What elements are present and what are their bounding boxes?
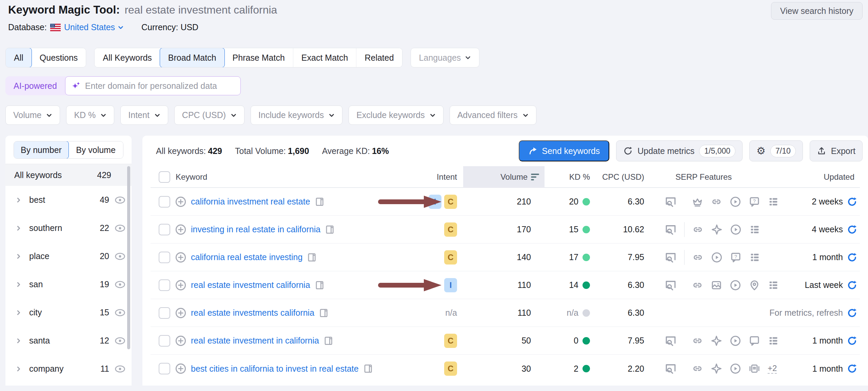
tab-all[interactable]: All bbox=[5, 48, 32, 67]
sidebar-item-san[interactable]: san19 bbox=[5, 270, 132, 298]
keyword-link[interactable]: investing in real estate in california bbox=[191, 224, 320, 234]
refresh-metrics-icon[interactable] bbox=[847, 197, 857, 207]
chevron-right-icon[interactable] bbox=[16, 366, 22, 372]
tab-phrase-match[interactable]: Phrase Match bbox=[224, 48, 293, 67]
sidebar-item-company[interactable]: company11 bbox=[5, 355, 132, 383]
keyword-link[interactable]: california investment real estate bbox=[191, 197, 310, 207]
toggle-by-volume[interactable]: By volume bbox=[68, 141, 123, 158]
serp-snapshot-icon[interactable] bbox=[315, 197, 325, 207]
eye-icon[interactable] bbox=[115, 337, 125, 345]
keyword-link[interactable]: real estate investments california bbox=[191, 308, 314, 318]
add-keyword-icon[interactable] bbox=[175, 307, 186, 319]
eye-icon[interactable] bbox=[115, 281, 125, 288]
eye-icon[interactable] bbox=[115, 253, 125, 260]
sidebar-item-southern[interactable]: southern22 bbox=[5, 214, 132, 242]
view-search-history-button[interactable]: View search history bbox=[771, 2, 863, 20]
chevron-right-icon[interactable] bbox=[16, 338, 22, 344]
table-header-row: Keyword Intent Volume KD % CPC (USD) SER… bbox=[151, 166, 860, 188]
row-checkbox[interactable] bbox=[159, 252, 170, 263]
export-button[interactable]: Export bbox=[810, 140, 863, 161]
serp-snapshot-icon[interactable] bbox=[315, 280, 325, 290]
refresh-metrics-icon[interactable] bbox=[847, 224, 857, 235]
sidebar-scrollbar[interactable] bbox=[127, 166, 130, 349]
serp-preview-icon[interactable] bbox=[665, 335, 677, 347]
metrics-settings-button[interactable]: ⚙ 7/10 bbox=[749, 140, 803, 161]
database-selector[interactable]: United States bbox=[64, 22, 124, 32]
refresh-metrics-icon[interactable] bbox=[847, 336, 857, 346]
eye-icon[interactable] bbox=[115, 309, 125, 316]
row-checkbox[interactable] bbox=[159, 307, 170, 319]
keyword-link[interactable]: california real estate investing bbox=[191, 252, 302, 262]
row-checkbox[interactable] bbox=[159, 224, 170, 235]
filter-kd[interactable]: KD % bbox=[66, 105, 114, 125]
chevron-right-icon[interactable] bbox=[16, 310, 22, 316]
languages-dropdown[interactable]: Languages bbox=[411, 48, 480, 67]
column-header-cpc[interactable]: CPC (USD) bbox=[595, 166, 656, 188]
filter-label: Exclude keywords bbox=[356, 110, 425, 120]
serp-preview-icon[interactable] bbox=[665, 223, 677, 236]
serp-snapshot-icon[interactable] bbox=[307, 252, 317, 262]
keyword-link[interactable]: real estate investment in california bbox=[191, 336, 319, 346]
add-keyword-icon[interactable] bbox=[175, 363, 186, 374]
serp-snapshot-icon[interactable] bbox=[363, 364, 373, 374]
chevron-right-icon[interactable] bbox=[16, 281, 22, 288]
send-keywords-button[interactable]: Send keywords bbox=[519, 140, 609, 161]
serp-preview-icon[interactable] bbox=[665, 279, 677, 291]
tab-questions[interactable]: Questions bbox=[32, 48, 86, 67]
serp-feature-local-icon bbox=[749, 279, 760, 291]
keyword-link[interactable]: best cities in california to invest in r… bbox=[191, 364, 359, 374]
filter-cpc-usd[interactable]: CPC (USD) bbox=[174, 105, 244, 125]
row-checkbox[interactable] bbox=[159, 363, 170, 374]
chevron-right-icon[interactable] bbox=[16, 253, 22, 259]
row-checkbox[interactable] bbox=[159, 196, 170, 208]
filter-volume[interactable]: Volume bbox=[5, 105, 60, 125]
tab-exact-match[interactable]: Exact Match bbox=[293, 48, 356, 67]
eye-icon[interactable] bbox=[115, 365, 125, 373]
select-all-checkbox[interactable] bbox=[159, 171, 170, 183]
sidebar-item-city[interactable]: city15 bbox=[5, 298, 132, 327]
keyword-link[interactable]: real estate investment california bbox=[191, 280, 310, 290]
domain-input[interactable] bbox=[85, 81, 235, 91]
add-keyword-icon[interactable] bbox=[175, 335, 186, 347]
row-checkbox[interactable] bbox=[159, 279, 170, 291]
sidebar-item-best[interactable]: best49 bbox=[5, 186, 132, 214]
filter-advanced-filters[interactable]: Advanced filters bbox=[450, 105, 536, 125]
tab-related[interactable]: Related bbox=[356, 48, 402, 67]
add-keyword-icon[interactable] bbox=[175, 196, 186, 208]
serp-preview-icon[interactable] bbox=[665, 196, 677, 208]
add-keyword-icon[interactable] bbox=[175, 252, 186, 263]
toggle-by-number[interactable]: By number bbox=[14, 141, 69, 159]
tab-all-keywords[interactable]: All Keywords bbox=[95, 48, 160, 67]
serp-snapshot-icon[interactable] bbox=[319, 308, 329, 318]
sidebar-item-all-keywords[interactable]: All keywords 429 bbox=[5, 164, 132, 186]
serp-snapshot-icon[interactable] bbox=[323, 336, 334, 346]
filter-exclude-keywords[interactable]: Exclude keywords bbox=[349, 105, 443, 125]
add-keyword-icon[interactable] bbox=[175, 224, 186, 235]
refresh-metrics-icon[interactable] bbox=[847, 364, 857, 374]
column-header-volume[interactable]: Volume bbox=[463, 166, 545, 188]
filter-include-keywords[interactable]: Include keywords bbox=[251, 105, 342, 125]
refresh-metrics-icon[interactable] bbox=[847, 252, 857, 262]
sidebar-item-santa[interactable]: santa12 bbox=[5, 327, 132, 355]
eye-icon[interactable] bbox=[115, 196, 125, 204]
filter-intent[interactable]: Intent bbox=[120, 105, 168, 125]
column-header-keyword[interactable]: Keyword bbox=[175, 166, 412, 188]
serp-snapshot-icon[interactable] bbox=[325, 224, 335, 235]
row-checkbox[interactable] bbox=[159, 335, 170, 347]
add-keyword-icon[interactable] bbox=[175, 279, 186, 291]
refresh-metrics-icon[interactable] bbox=[847, 280, 857, 290]
serp-preview-icon[interactable] bbox=[665, 363, 677, 375]
refresh-metrics-icon[interactable] bbox=[847, 308, 857, 318]
update-metrics-button[interactable]: Update metrics 1/5,000 bbox=[616, 140, 743, 161]
column-header-intent[interactable]: Intent bbox=[412, 166, 463, 188]
chevron-right-icon[interactable] bbox=[16, 225, 22, 231]
chevron-right-icon[interactable] bbox=[16, 197, 22, 203]
sidebar-item-place[interactable]: place20 bbox=[5, 242, 132, 270]
eye-icon[interactable] bbox=[115, 224, 125, 232]
column-header-serp-features[interactable]: SERP Features bbox=[656, 166, 768, 188]
tab-broad-match[interactable]: Broad Match bbox=[160, 48, 225, 67]
serp-preview-icon[interactable] bbox=[665, 251, 677, 263]
us-flag-icon bbox=[50, 24, 61, 31]
column-header-kd[interactable]: KD % bbox=[545, 166, 595, 188]
column-header-updated[interactable]: Updated bbox=[768, 166, 860, 188]
